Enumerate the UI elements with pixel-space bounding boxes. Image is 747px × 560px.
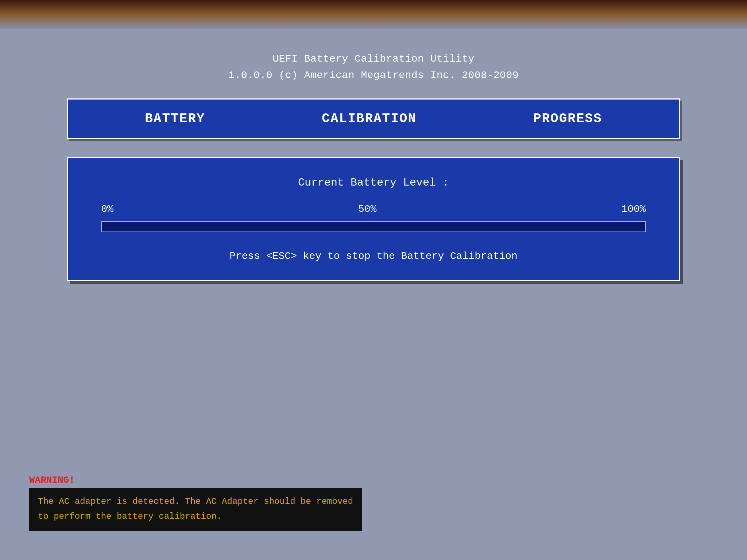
warning-line2: to perform the battery calibration. bbox=[38, 509, 353, 524]
screen-area: UEFI Battery Calibration Utility 1.0.0.0… bbox=[0, 29, 747, 560]
battery-percentage-row: 0% 50% 100% bbox=[101, 203, 646, 215]
info-panel: Current Battery Level : 0% 50% 100% Pres… bbox=[67, 157, 680, 281]
warning-section: WARNING! The AC adapter is detected. The… bbox=[29, 475, 718, 531]
warning-title: WARNING! bbox=[29, 475, 718, 486]
header-line1: UEFI Battery Calibration Utility bbox=[228, 51, 519, 67]
panel-title-progress: PROGRESS bbox=[533, 111, 602, 126]
pct-center: 50% bbox=[358, 203, 376, 215]
panel-title-bar: BATTERY CALIBRATION PROGRESS bbox=[67, 98, 680, 139]
battery-bar-container: 0% 50% 100% bbox=[101, 203, 646, 232]
pct-right: 100% bbox=[621, 203, 646, 215]
physical-frame-bar bbox=[0, 0, 747, 29]
warning-line1: The AC adapter is detected. The AC Adapt… bbox=[38, 494, 353, 509]
header-title: UEFI Battery Calibration Utility 1.0.0.0… bbox=[228, 51, 519, 84]
battery-level-label: Current Battery Level : bbox=[90, 176, 657, 189]
battery-bar-track bbox=[101, 221, 646, 232]
warning-box: The AC adapter is detected. The AC Adapt… bbox=[29, 488, 362, 531]
panel-title-battery: BATTERY bbox=[145, 111, 205, 126]
esc-instruction: Press <ESC> key to stop the Battery Cali… bbox=[90, 250, 657, 262]
panel-title-calibration: CALIBRATION bbox=[322, 111, 417, 126]
pct-left: 0% bbox=[101, 203, 113, 215]
header-line2: 1.0.0.0 (c) American Megatrends Inc. 200… bbox=[228, 67, 519, 84]
